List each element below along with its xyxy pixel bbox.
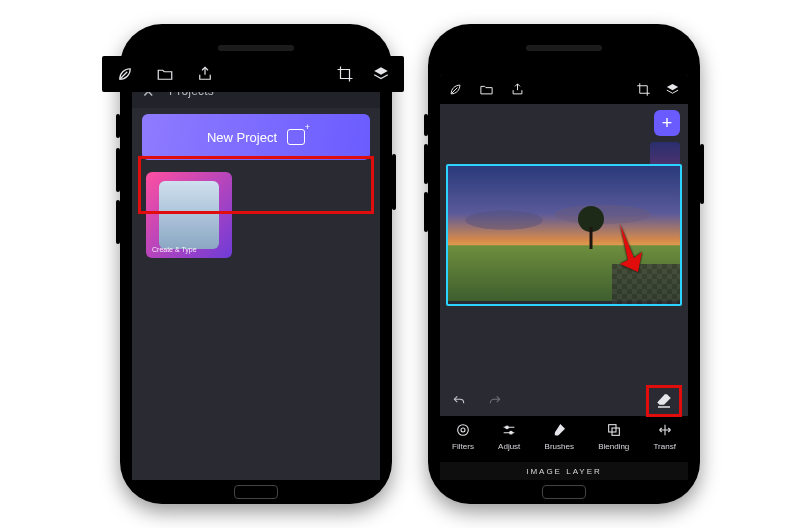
svg-point-7 — [458, 425, 469, 436]
tool-filters[interactable]: Filters — [452, 421, 474, 451]
svg-rect-5 — [590, 227, 593, 249]
tool-label: Filters — [452, 442, 474, 451]
add-layer-button[interactable]: + — [654, 110, 680, 136]
side-button — [116, 148, 120, 192]
tool-brushes[interactable]: Brushes — [545, 421, 574, 451]
folder-icon[interactable] — [479, 82, 494, 97]
layers-icon[interactable] — [372, 65, 390, 83]
leaf-icon[interactable] — [116, 65, 134, 83]
svg-point-8 — [461, 428, 465, 432]
thumbnail-caption: Create & Type — [152, 246, 197, 253]
canvas-area: + — [440, 104, 688, 386]
crop-icon[interactable] — [336, 65, 354, 83]
redo-icon[interactable] — [486, 394, 504, 408]
image-canvas[interactable] — [446, 164, 682, 306]
phone-left: ✕ Projects New Project Create & Type — [120, 24, 392, 504]
svg-point-2 — [465, 210, 542, 229]
tool-label: Transf — [654, 442, 676, 451]
project-thumbnail[interactable]: Create & Type — [146, 172, 232, 258]
tool-row: Filters Adjust Brushes Blending Transf — [440, 416, 688, 462]
transform-icon — [657, 421, 673, 439]
crop-icon[interactable] — [636, 82, 651, 97]
side-button — [424, 192, 428, 232]
folder-icon[interactable] — [156, 65, 174, 83]
side-button — [424, 114, 428, 136]
image-layer-footer: IMAGE LAYER — [440, 462, 688, 480]
undo-redo-row — [440, 386, 688, 416]
screen-right: + — [440, 74, 688, 480]
tool-label: Adjust — [498, 442, 520, 451]
plus-icon: + — [662, 114, 673, 132]
annotation-arrow — [614, 222, 648, 280]
add-image-icon — [287, 129, 305, 145]
screen-left: ✕ Projects New Project Create & Type — [132, 74, 380, 480]
tool-adjust[interactable]: Adjust — [498, 421, 520, 451]
thumbnail-image — [159, 181, 219, 249]
share-icon[interactable] — [510, 82, 525, 97]
home-button-outline — [234, 485, 278, 499]
svg-point-10 — [510, 431, 513, 434]
canvas-tree — [573, 205, 609, 249]
tool-blending[interactable]: Blending — [598, 421, 629, 451]
image-layer-label: IMAGE LAYER — [526, 467, 602, 476]
tool-transform[interactable]: Transf — [654, 421, 676, 451]
phone-right: + — [428, 24, 700, 504]
share-icon[interactable] — [196, 65, 214, 83]
side-button — [116, 200, 120, 244]
blending-icon — [606, 421, 622, 439]
leaf-icon[interactable] — [448, 82, 463, 97]
phone-notch — [504, 36, 624, 60]
tool-label: Blending — [598, 442, 629, 451]
adjust-icon — [501, 421, 517, 439]
side-button — [700, 144, 704, 204]
layers-icon[interactable] — [665, 82, 680, 97]
svg-point-9 — [506, 426, 509, 429]
side-button — [392, 154, 396, 210]
editor-toolbar — [440, 74, 688, 104]
side-button — [424, 144, 428, 184]
side-button — [116, 114, 120, 138]
overlay-toolbar — [102, 56, 404, 92]
home-button-outline — [542, 485, 586, 499]
new-project-button[interactable]: New Project — [142, 114, 370, 160]
brushes-icon — [551, 421, 567, 439]
annotation-highlight-eraser — [646, 385, 682, 417]
undo-icon[interactable] — [450, 394, 468, 408]
tool-label: Brushes — [545, 442, 574, 451]
new-project-label: New Project — [207, 130, 277, 145]
filters-icon — [455, 421, 471, 439]
